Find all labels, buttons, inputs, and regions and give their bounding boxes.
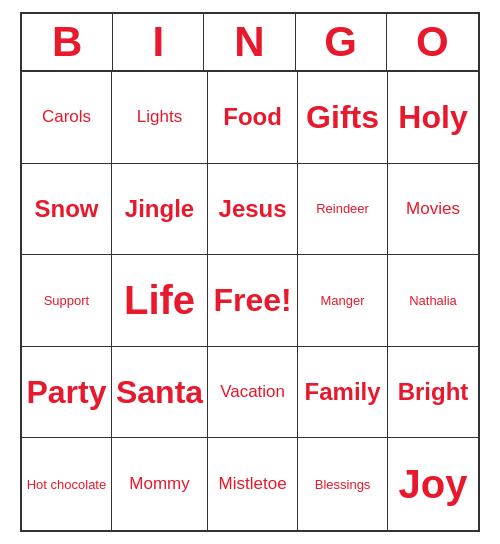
bingo-card: BINGO CarolsLightsFoodGiftsHolySnowJingl… (20, 12, 480, 532)
header-letter-i: I (113, 14, 204, 70)
bingo-cell-22: Mistletoe (208, 438, 298, 530)
bingo-cell-19: Bright (388, 347, 478, 439)
bingo-cell-0: Carols (22, 72, 112, 164)
bingo-cell-6: Jingle (112, 164, 208, 256)
bingo-cell-15: Party (22, 347, 112, 439)
bingo-cell-8: Reindeer (298, 164, 388, 256)
bingo-cell-13: Manger (298, 255, 388, 347)
header-letter-g: G (296, 14, 387, 70)
bingo-cell-12: Free! (208, 255, 298, 347)
header-letter-n: N (204, 14, 295, 70)
bingo-cell-10: Support (22, 255, 112, 347)
bingo-cell-20: Hot chocolate (22, 438, 112, 530)
bingo-cell-23: Blessings (298, 438, 388, 530)
bingo-cell-11: Life (112, 255, 208, 347)
bingo-cell-17: Vacation (208, 347, 298, 439)
bingo-cell-21: Mommy (112, 438, 208, 530)
bingo-cell-9: Movies (388, 164, 478, 256)
bingo-cell-18: Family (298, 347, 388, 439)
bingo-header: BINGO (22, 14, 478, 72)
bingo-cell-5: Snow (22, 164, 112, 256)
bingo-cell-7: Jesus (208, 164, 298, 256)
bingo-cell-1: Lights (112, 72, 208, 164)
bingo-grid: CarolsLightsFoodGiftsHolySnowJingleJesus… (22, 72, 478, 530)
bingo-cell-24: Joy (388, 438, 478, 530)
header-letter-b: B (22, 14, 113, 70)
bingo-cell-4: Holy (388, 72, 478, 164)
bingo-cell-14: Nathalia (388, 255, 478, 347)
header-letter-o: O (387, 14, 478, 70)
bingo-cell-3: Gifts (298, 72, 388, 164)
bingo-cell-16: Santa (112, 347, 208, 439)
bingo-cell-2: Food (208, 72, 298, 164)
